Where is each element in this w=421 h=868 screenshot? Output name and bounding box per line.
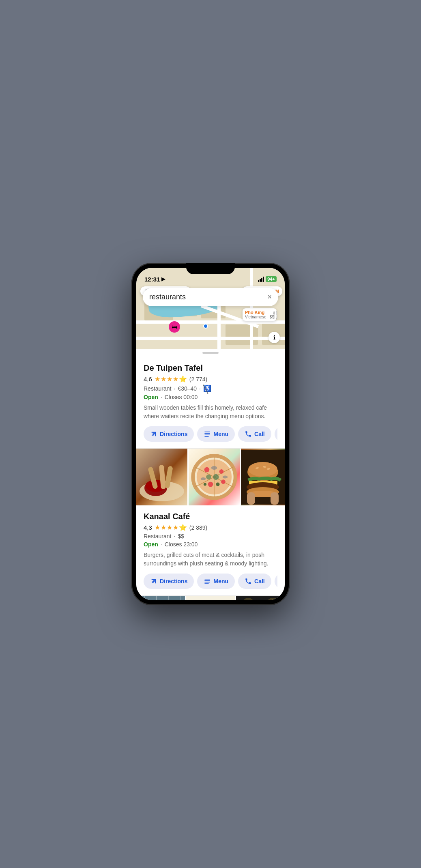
svg-point-24 [213,474,219,480]
svg-rect-44 [136,596,185,600]
phone-frame: 12:31 ▶ 94 + [131,263,290,605]
star-2-1: ★ [155,524,160,531]
restaurant-card-2: Kanaal Café 4,3 ★ ★ ★ ★ ⭐ (2 889) Restau… [136,505,285,596]
burger-illustration [241,450,285,505]
search-clear-button[interactable]: × [267,293,272,301]
map-info-button[interactable]: ℹ [268,332,280,343]
content-area[interactable]: De Tulpen Tafel 4,6 ★ ★ ★ ★ ⭐ (2 774) Re… [136,357,285,600]
svg-rect-40 [205,579,210,580]
svg-point-17 [204,467,210,473]
details-row-2: Restaurant · $$ [144,533,277,539]
open-status-1: Open [144,394,158,400]
time-display: 12:31 [144,276,160,283]
restaurant-3-photos-preview[interactable] [136,596,285,600]
star-1: ★ [155,375,160,383]
svg-rect-43 [205,583,209,584]
svg-point-19 [208,482,213,487]
star-2: ★ [161,375,166,383]
svg-point-21 [211,466,217,470]
map-pin-pho-king[interactable]: Pho King Vietnamese · $$ 🍴 [243,308,277,321]
directions-icon-1 [150,430,157,438]
category-2: Restaurant [144,533,171,539]
photo-food-table[interactable] [186,596,235,600]
description-2: Burgers, grilled cuts of meat & cocktail… [144,551,277,568]
phone-screen: 12:31 ▶ 94 + [136,268,285,600]
pin-subtitle-pho-king: Vietnamese · $$ [245,315,274,319]
menu-icon-2 [204,578,211,585]
road [136,337,285,340]
star-2-2: ★ [161,524,166,531]
user-location-dot [203,324,208,329]
status-right: 94 + [258,276,277,282]
svg-point-30 [248,462,277,477]
photo-dark-interior[interactable] [236,596,285,600]
star-4: ★ [173,375,178,383]
photo-burger[interactable] [241,449,285,505]
search-query: restaurants [149,293,186,301]
star-half-1: ⭐ [179,375,187,383]
svg-rect-0 [205,432,210,432]
svg-point-22 [201,477,206,480]
directions-button-2[interactable]: Directions [144,574,194,589]
open-status-2: Open [144,541,158,548]
reviews-count-2: (2 889) [189,524,207,531]
phone-icon-1 [245,430,252,438]
svg-point-26 [216,483,220,486]
menu-button-1[interactable]: Menu [197,426,235,442]
closing-time-1: Closes 00:00 [165,394,198,400]
road [136,320,285,324]
svg-point-25 [206,475,211,480]
svg-rect-39 [271,492,279,505]
action-buttons-2: Directions Menu [144,574,277,589]
stars-1: ★ ★ ★ ★ ⭐ [155,375,187,383]
rating-row-2: 4,3 ★ ★ ★ ★ ⭐ (2 889) [144,524,277,531]
svg-rect-2 [205,435,210,436]
photo-restaurant-interior[interactable] [136,596,185,600]
svg-point-23 [223,475,228,478]
pizza-illustration [189,451,240,503]
svg-rect-3 [205,436,209,437]
battery-icon: 94 + [266,276,277,282]
drag-handle[interactable] [202,352,219,354]
open-row-2: Open · Closes 23:00 [144,541,277,548]
location-arrow-icon: ▶ [161,276,165,282]
map-block [226,324,258,345]
table-food-illustration [186,596,235,600]
star-3: ★ [167,375,172,383]
stars-2: ★ ★ ★ ★ ⭐ [155,524,187,531]
svg-rect-61 [236,596,285,600]
reviews-count-1: (2 774) [189,376,207,382]
svg-rect-41 [205,580,210,581]
restaurant-name-1: De Tulpen Tafel [144,363,277,373]
call-button-2[interactable]: Call [238,574,271,589]
rating-num-1: 4,6 [144,376,152,382]
svg-rect-55 [186,596,235,600]
hotel-map-pin[interactable]: 🛏 [169,321,180,333]
photo-pizza[interactable] [189,449,240,505]
action-buttons-1: Directions Menu [144,426,277,442]
share-button-1[interactable] [275,426,277,442]
directions-icon-2 [150,578,157,585]
directions-button-1[interactable]: Directions [144,426,194,442]
notch [186,263,235,274]
svg-point-18 [219,469,224,474]
phone-icon-2 [245,578,252,585]
wheelchair-icon-1: ♿ ╲ [203,385,211,392]
closing-time-2: Closes 23:00 [165,541,198,548]
open-row-1: Open · Closes 00:00 [144,394,277,400]
menu-button-2[interactable]: Menu [197,574,235,589]
star-2-half: ⭐ [179,524,187,531]
restaurant-name-2: Kanaal Café [144,512,277,521]
star-2-3: ★ [167,524,172,531]
share-button-2[interactable] [275,574,277,589]
star-2-4: ★ [173,524,178,531]
menu-icon-1 [204,430,211,438]
photo-churros[interactable] [136,449,187,505]
dark-interior-illustration [236,596,285,600]
rating-row-1: 4,6 ★ ★ ★ ★ ⭐ (2 774) [144,375,277,383]
search-bar[interactable]: restaurants × [143,288,278,306]
rating-num-2: 4,3 [144,524,152,531]
call-button-1[interactable]: Call [238,426,271,442]
svg-point-27 [204,483,206,486]
restaurant-2-photos[interactable] [136,449,285,505]
